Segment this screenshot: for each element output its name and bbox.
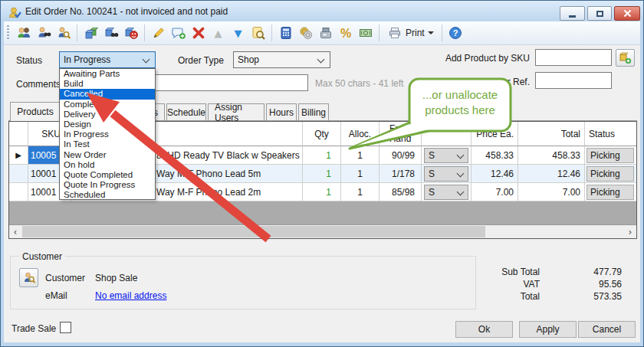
percent-icon[interactable]: %: [337, 25, 354, 42]
order-total-value: 573.35: [568, 291, 622, 302]
maximize-button[interactable]: [587, 6, 612, 21]
product-remove-icon[interactable]: [122, 25, 140, 42]
move-down-icon[interactable]: ▼: [229, 25, 247, 42]
status-dropdown-list: Awaiting Parts Build Cancelled Complete …: [59, 68, 156, 200]
dropdown-item[interactable]: Quote In Progress: [60, 180, 155, 190]
tab-assign-users[interactable]: Assign Users: [208, 103, 264, 120]
toolbar-grip[interactable]: [7, 25, 9, 41]
status-cell: Picking: [585, 183, 636, 201]
alloc-cell[interactable]: 1: [341, 165, 380, 183]
ok-button[interactable]: Ok: [455, 321, 513, 338]
print-label: Print: [406, 28, 425, 38]
sub-total-label: Sub Total: [478, 267, 540, 277]
add-product-button[interactable]: [616, 49, 635, 67]
price-ea-cell[interactable]: 7.00: [472, 183, 518, 201]
dropdown-item[interactable]: Build: [60, 79, 155, 89]
scroll-right-icon[interactable]: ›: [624, 225, 636, 238]
qty-cell[interactable]: 1: [303, 183, 341, 201]
vat-combobox[interactable]: S: [424, 166, 468, 182]
dropdown-item[interactable]: Awaiting Parts: [60, 69, 155, 79]
vat-combobox[interactable]: S: [424, 185, 468, 200]
dropdown-item[interactable]: In Progress: [60, 129, 155, 139]
dropdown-item[interactable]: In Test: [60, 139, 155, 149]
apply-button[interactable]: Apply: [519, 321, 577, 338]
user-search-icon[interactable]: [54, 25, 72, 42]
tab-products[interactable]: Products: [10, 102, 61, 121]
vat-label: VAT: [478, 279, 540, 290]
col-header-status[interactable]: Status: [585, 122, 636, 146]
customer-group-label: Customer: [19, 251, 65, 262]
row-selector-cell[interactable]: [9, 183, 28, 201]
row-selector-cell[interactable]: [9, 165, 28, 183]
dropdown-item-highlighted[interactable]: Cancelled: [60, 89, 155, 99]
coins-icon[interactable]: [297, 25, 314, 42]
order-total-label: Total: [478, 291, 540, 302]
col-header-qty[interactable]: Qty: [303, 122, 341, 146]
order-type-combobox[interactable]: Shop: [233, 51, 330, 68]
add-product-sku-input[interactable]: [535, 49, 612, 66]
tab-label: Assign Users: [215, 102, 258, 123]
products-icon[interactable]: [82, 25, 100, 42]
tab-hours[interactable]: Hours: [266, 103, 297, 120]
dropdown-item[interactable]: New Order: [60, 150, 155, 160]
alloc-cell[interactable]: 1: [341, 183, 380, 201]
trade-sale-label: Trade Sale: [12, 323, 56, 334]
chevron-down-icon: [457, 188, 465, 195]
add-comment-icon[interactable]: [169, 25, 187, 42]
customer-search-button[interactable]: [19, 268, 38, 287]
move-up-icon[interactable]: ▲: [209, 25, 227, 42]
delete-icon[interactable]: [189, 25, 207, 42]
dropdown-item[interactable]: Design: [60, 119, 155, 129]
scroll-left-icon[interactable]: ‹: [9, 225, 21, 238]
dropdown-item[interactable]: Delivery: [60, 110, 155, 119]
dropdown-item[interactable]: On hold: [60, 160, 155, 170]
dropdown-item[interactable]: Scheduled: [60, 190, 155, 200]
search-document-icon[interactable]: [249, 25, 267, 42]
status-combobox[interactable]: In Progress: [59, 51, 156, 68]
toolbar-separator: [77, 25, 77, 41]
user-binoculars-icon[interactable]: [34, 25, 52, 42]
horizontal-scrollbar[interactable]: ‹ ›: [9, 225, 636, 238]
vat-cell: S: [422, 183, 472, 201]
qty-cell[interactable]: 1: [303, 146, 341, 165]
row-selector-cell[interactable]: ▶: [9, 146, 28, 165]
cash-icon[interactable]: [356, 25, 374, 42]
dropdown-item[interactable]: Complete: [60, 100, 155, 110]
col-header-total[interactable]: Total: [518, 122, 585, 146]
product-search-icon[interactable]: [102, 25, 120, 42]
svg-text:?: ?: [453, 28, 458, 38]
price-ea-cell[interactable]: 12.46: [472, 165, 518, 183]
cancel-button[interactable]: Cancel: [578, 321, 636, 338]
vat-value: S: [429, 169, 435, 179]
qty-cell[interactable]: 1: [303, 165, 341, 183]
tab-schedule[interactable]: Schedule: [166, 103, 206, 120]
chevron-down-icon: [457, 169, 465, 177]
total-cell[interactable]: 458.33: [518, 146, 585, 165]
callout-line1: ...or unallocate: [422, 88, 498, 101]
free-on-hand-cell[interactable]: 85/98: [380, 183, 422, 201]
cash-register-icon[interactable]: [317, 25, 334, 42]
scrollbar-thumb[interactable]: [22, 226, 485, 237]
customer-name-value: Shop Sale: [95, 273, 137, 283]
minimize-icon: [569, 15, 576, 18]
help-icon[interactable]: ?: [447, 25, 465, 42]
tab-billing[interactable]: Billing: [298, 103, 329, 120]
minimize-button[interactable]: [560, 6, 585, 21]
free-on-hand-cell[interactable]: 1/178: [380, 165, 422, 183]
close-button[interactable]: [614, 6, 640, 21]
add-product-by-sku-label: Add Product by SKU: [442, 53, 530, 64]
total-cell[interactable]: 12.46: [518, 165, 585, 183]
dropdown-item[interactable]: Quote Completed: [60, 170, 155, 180]
edit-pencil-icon[interactable]: [150, 25, 167, 42]
status-cell: Picking: [585, 165, 636, 183]
calculator-icon[interactable]: [277, 25, 294, 42]
close-icon: [624, 10, 631, 17]
users-icon[interactable]: [15, 25, 32, 42]
row-selector-header[interactable]: [9, 122, 28, 146]
print-button[interactable]: Print: [384, 24, 437, 42]
total-cell[interactable]: 7.00: [518, 183, 585, 201]
customer-ref-input[interactable]: [535, 72, 612, 89]
trade-sale-checkbox[interactable]: [60, 322, 71, 333]
email-link[interactable]: No email address: [95, 290, 166, 301]
print-dropdown-caret: [428, 31, 434, 34]
